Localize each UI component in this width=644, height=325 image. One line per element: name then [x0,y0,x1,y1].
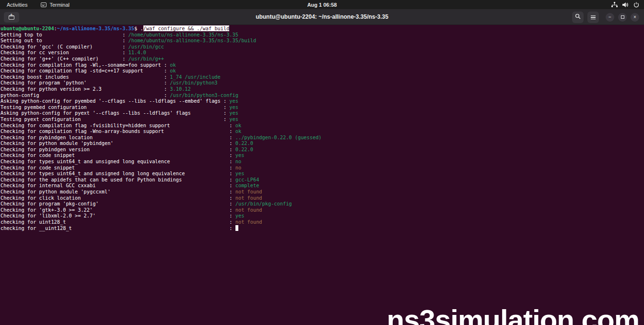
text-segment: Checking for the apidefs that can be use… [0,177,235,182]
text-segment: Checking for internal GCC cxxabi : [0,182,235,188]
terminal-line: python-config : /usr/bin/python3-config [0,92,644,98]
text-segment: ubuntu@ubuntu-2204 [0,25,54,31]
text-segment: not found [235,219,262,225]
text-segment: Checking for compilation flag -fvisibili… [0,122,235,128]
terminal-line: Checking for cc version : 11.4.0 [0,49,644,56]
text-segment: /usr/bin/g++ [129,56,164,61]
menu-button[interactable] [587,12,599,23]
text-segment: Checking for 'g++' (C++ compiler) : [0,56,129,61]
activities-button[interactable]: Activities [7,2,27,8]
app-menu-terminal[interactable]: Terminal [41,2,70,8]
text-segment: Checking boost includes : [0,74,170,80]
minimize-button[interactable]: − [606,13,614,22]
hamburger-icon [591,15,596,19]
terminal-line: Checking for python module 'pybindgen' :… [0,140,644,146]
terminal-line: Checking for compilation flag -std=c++17… [0,68,644,74]
app-menu-label: Terminal [49,2,70,8]
text-segment: no [235,165,241,170]
terminal-icon [41,2,47,7]
text-segment: yes [229,110,238,116]
terminal-screen[interactable]: ubuntu@ubuntu-2204:~/ns-allinone-3.35/ns… [0,25,644,325]
new-tab-icon [9,15,14,20]
text-segment: Checking for compilation flag -Wno-array… [0,128,235,134]
text-segment: no [235,158,241,164]
text-segment: 0.22.0 [235,146,253,152]
text-segment: Checking for types uint64_t and unsigned… [0,158,235,164]
maximize-icon [621,15,624,19]
volume-icon [622,2,629,8]
text-segment: Checking for program 'pkg-config' : [0,201,235,206]
text-segment: Checking for compilation flag -std=c++17… [0,68,170,73]
terminal-line: Checking for internal GCC cxxabi : compl… [0,182,644,189]
text-segment: Asking python-config for pyembed '--cfla… [0,98,229,104]
terminal-line: Checking for python module 'pygccxml' : … [0,189,644,195]
text-segment: Checking for 'gtk+-3.0 >= 3.22' : [0,207,235,213]
terminal-line: Checking for compilation flag -Wl,--sona… [0,62,644,68]
clock[interactable]: Aug 1 06:58 [307,2,337,8]
terminal-line: ubuntu@ubuntu-2204:~/ns-allinone-3.35/ns… [0,25,644,32]
text-segment: ok [170,68,176,73]
terminal-line: Testing pyembed configuration : yes [0,104,644,110]
text-segment: /home/ubuntu/ns-allinone-3.35/ns-3.35 [129,32,238,37]
text-segment: 1_74 /usr/include [170,74,220,80]
text-segment: 11.4.0 [129,49,146,55]
text-segment: /usr/bin/gcc [129,44,164,49]
new-tab-button[interactable] [4,12,19,23]
text-segment: Checking for program 'python' : [0,80,170,85]
text-segment: /home/ubuntu/ns-allinone-3.35/ns-3.35/bu… [129,37,257,43]
maximize-button[interactable] [618,13,627,22]
text-segment: ok [170,62,176,68]
text-segment: Checking for python module 'pybindgen' : [0,140,235,146]
close-button[interactable]: × [631,13,639,22]
text-segment: yes [229,104,238,110]
terminal-line: checking for __uint128_t : [0,225,644,231]
text-segment: Checking for code snippet : [0,152,235,158]
text-segment: /usr/bin/python3-config [170,92,238,98]
terminal-line: Checking boost includes : 1_74 /usr/incl… [0,74,644,80]
terminal-header-bar: ubuntu@ubuntu-2204: ~/ns-allinone-3.35/n… [0,9,644,25]
text-segment: Checking for types uint64_t and unsigned… [0,170,235,176]
terminal-line: Checking for 'gcc' (C compiler) : /usr/b… [0,44,644,50]
text-segment: Checking for code snippet : [0,165,235,170]
text-segment: ok [235,128,241,134]
terminal-line: Checking for 'g++' (C++ compiler) : /usr… [0,56,644,62]
text-segment: Testing pyext configuration : [0,116,229,122]
window-title: ubuntu@ubuntu-2204: ~/ns-allinone-3.35/n… [256,13,388,20]
terminal-line: Checking for 'libxml-2.0 >= 2.7' : yes [0,213,644,219]
text-segment: /usr/bin/pkg-config [235,201,292,206]
text-segment: not found [235,189,262,194]
text-segment: Asking python-config for pyext '--cflags… [0,110,229,116]
text-segment: not found [235,195,262,201]
terminal-line: Checking for pybindgen version : 0.22.0 [0,146,644,153]
terminal-line: Checking for compilation flag -Wno-array… [0,128,644,134]
terminal-line: Checking for types uint64_t and unsigned… [0,158,644,165]
terminal-line: Checking for code snippet : no [0,165,644,171]
text-segment: yes [229,98,238,104]
text-segment: not found [235,207,262,213]
text-segment: gcc-LP64 [235,177,259,182]
terminal-line: Checking for click location : not found [0,195,644,201]
terminal-line: Checking for python version >= 2.3 : 3.1… [0,86,644,92]
text-segment: yes [235,213,245,218]
terminal-line: Checking for code snippet : yes [0,152,644,158]
text-segment: Checking for pybindgen location : [0,134,235,140]
text-segment: Checking for python version >= 2.3 : [0,86,170,92]
power-icon [633,2,639,8]
text-segment: yes [229,116,238,122]
terminal-line: Checking for 'gtk+-3.0 >= 3.22' : not fo… [0,207,644,213]
text-segment: Checking for python module 'pygccxml' : [0,189,235,194]
text-segment: Checking for 'gcc' (C compiler) : [0,44,129,49]
text-segment: Checking for cc version : [0,49,129,55]
terminal-line: Setting top to : /home/ubuntu/ns-allinon… [0,32,644,38]
text-segment: yes [235,170,245,176]
text-segment: Testing pyembed configuration : [0,104,229,110]
text-segment: . [140,25,143,31]
terminal-line: Checking for types uint64_t and unsigned… [0,170,644,177]
watermark: ns3simulation.com [387,317,639,324]
search-button[interactable] [572,12,584,23]
text-segment: python-config : [0,92,170,98]
search-icon [575,13,581,21]
top-bar: Activities Terminal Aug 1 06:58 [0,0,644,9]
system-tray[interactable] [611,0,639,9]
terminal-line: Checking for pybindgen location : ../pyb… [0,134,644,141]
